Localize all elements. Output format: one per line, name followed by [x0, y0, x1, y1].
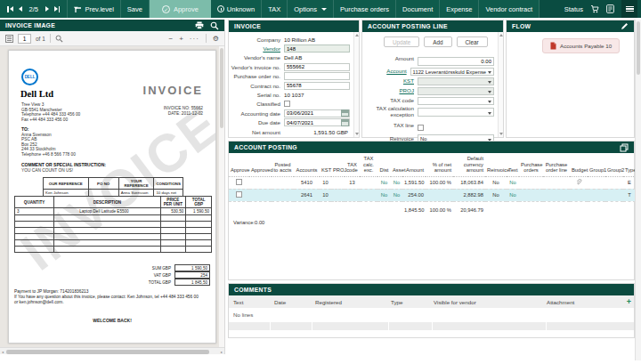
save-label: Save [127, 5, 142, 13]
vendor-invoice-no-label: Vendor's invoice no. [231, 64, 284, 70]
vendor-name-label: Vendor's name [231, 54, 284, 61]
vendor-input[interactable] [284, 44, 350, 53]
kst-select[interactable] [418, 77, 494, 86]
dell-logo: DELL [21, 69, 38, 85]
copy-icon[interactable] [620, 143, 629, 152]
account-link[interactable]: Account [362, 69, 410, 75]
total-amount: 1,845.50 [402, 201, 426, 214]
approve-label: Approve [174, 5, 199, 13]
purchase-orders-label: Purchase orders [340, 5, 389, 13]
pdf-viewer-toolbar: of 1 − + ··· ⚙ [0, 31, 224, 46]
tax-code-label: TAX code [362, 98, 418, 104]
flow-title: FLOW [512, 23, 531, 29]
approve-button[interactable]: ✓ Approve [150, 0, 211, 18]
approve-row-checkbox[interactable] [236, 191, 242, 198]
calendar-icon[interactable] [341, 119, 349, 126]
flow-header: FLOW [507, 20, 634, 32]
prev-level-button[interactable]: Prev.level [67, 0, 120, 18]
classified-checkbox[interactable] [284, 101, 290, 107]
vendor-link[interactable]: Vendor [231, 45, 284, 52]
doc-payment-info: Payment to JP Morgan: 714201836213 If Yo… [14, 289, 199, 304]
approve-row-checkbox[interactable] [236, 179, 242, 185]
page-thumbnails-icon[interactable] [5, 35, 13, 43]
edit-pencil-icon[interactable] [621, 22, 629, 30]
attachment-paperclip-icon[interactable] [576, 179, 582, 186]
document-viewport: INVOICE DELL Dell Ltd Tree View 3 GB-554… [0, 46, 224, 347]
vendor-invoice-no-input[interactable] [284, 63, 350, 71]
document-vertical-scrollbar[interactable] [219, 46, 224, 347]
clear-button[interactable]: Clear [457, 36, 488, 47]
kst-link[interactable]: KST [362, 78, 418, 85]
add-button[interactable]: Add [424, 36, 451, 47]
tax-code-select[interactable] [418, 97, 494, 106]
status-button[interactable]: Status [564, 5, 583, 13]
calendar-icon[interactable] [341, 109, 349, 117]
save-button[interactable]: Save [121, 0, 150, 18]
clock-icon [217, 5, 224, 12]
tax-tab[interactable]: TAX [262, 0, 288, 18]
flow-step-accounts-payable[interactable]: Accounts Payable 10 [542, 38, 620, 53]
next-record-icon[interactable] [45, 6, 49, 12]
page-count-label: of 1 [36, 36, 45, 42]
print-icon[interactable] [195, 21, 204, 29]
purchase-orders-tab[interactable]: Purchase orders [334, 0, 396, 18]
document-tab[interactable]: Document [396, 0, 440, 18]
main-vertical-scrollbar[interactable] [635, 20, 641, 360]
posting-row-1[interactable]: 5410 10 13 No No 1,591.50 100.00 % 18,06… [229, 176, 641, 189]
zoom-out-button[interactable]: − [168, 35, 173, 43]
posting-row-2-selected[interactable]: 2641 10 No No 254.00 2,882.98 No No [229, 189, 641, 201]
add-comment-button[interactable]: + [620, 297, 634, 306]
contract-no-label: Contract no. [231, 83, 284, 89]
net-amount-value: 1,591.50 GBP [284, 129, 350, 135]
first-record-icon[interactable] [7, 6, 13, 12]
accounting-date-input[interactable] [284, 109, 350, 117]
more-options-button[interactable]: ··· [190, 35, 199, 43]
posted-cell [272, 176, 294, 189]
company-label: Company [231, 36, 284, 43]
doc-invoice-meta: INVOICE NO: 55662 DATE: 2011-12-02 [164, 106, 203, 116]
approved-cell [249, 189, 272, 201]
gear-icon[interactable]: ⚙ [213, 35, 219, 43]
amount-input[interactable] [418, 57, 494, 66]
proj-link[interactable]: PROJ [362, 88, 418, 94]
doc-totals-block: SUM GBP1 590,50 VAT GBP254 TOTAL GBP1 84… [130, 264, 210, 286]
posting-header-row: Approve Approved Posted to accts Account… [229, 153, 641, 176]
amount-label: Amount [362, 56, 418, 62]
last-record-icon[interactable] [54, 6, 61, 12]
posting-line-scrollbar[interactable] [498, 32, 503, 137]
previous-record-icon[interactable] [19, 6, 22, 12]
expense-tab[interactable]: Expense [440, 0, 479, 18]
account-select[interactable]: 1122 Leverantörsskuld Expense [410, 68, 494, 77]
contract-no-input[interactable] [284, 82, 350, 90]
update-button[interactable]: Update [384, 36, 419, 47]
purchase-order-no-input[interactable] [284, 72, 350, 80]
invoice-form-scrollbar[interactable] [353, 32, 359, 137]
proj-select[interactable] [418, 87, 494, 96]
expense-label: Expense [446, 5, 472, 13]
tax-exception-select[interactable] [418, 108, 494, 117]
shortcut-list-icon[interactable] [606, 4, 614, 13]
menu-button[interactable] [621, 0, 637, 18]
cart-icon[interactable] [590, 4, 599, 13]
purchase-order-no-label: Purchase order no. [231, 73, 284, 79]
vendor-contract-tab[interactable]: Vendor contract [479, 0, 540, 18]
net-amount-label: Net amount [231, 129, 284, 135]
doc-item-table: QUANTITY DESCRIPTION PRICE PER UNIT TOTA… [14, 196, 212, 253]
unknown-status-button[interactable]: Unknown [211, 0, 262, 18]
tax-line-checkbox[interactable] [418, 125, 424, 131]
due-date-label: Due date [231, 119, 284, 125]
doc-company-name: Dell Ltd [20, 89, 53, 99]
comments-section: COMMENTS Text Date Registered Type Visib… [228, 283, 635, 338]
zoom-in-button[interactable]: + [179, 35, 183, 43]
app-window: 2/5 Prev.level Save ✓ Approve Unknown TA… [0, 0, 641, 364]
page-number-input[interactable] [18, 34, 31, 44]
serial-no-value: 10 1037 [284, 92, 304, 98]
search-icon[interactable] [55, 35, 63, 43]
zoom-document-icon[interactable] [210, 21, 219, 30]
total-default-currency: 20,946.79 [453, 201, 485, 214]
prev-level-label: Prev.level [85, 5, 113, 13]
due-date-input[interactable] [284, 118, 350, 126]
invoice-form-panel: INVOICE Company 10 Rillion AB Vendor Ven… [228, 20, 360, 138]
options-menu[interactable]: Options [288, 0, 334, 18]
document-horizontal-scrollbar[interactable]: ◂ ▸ [0, 347, 224, 354]
